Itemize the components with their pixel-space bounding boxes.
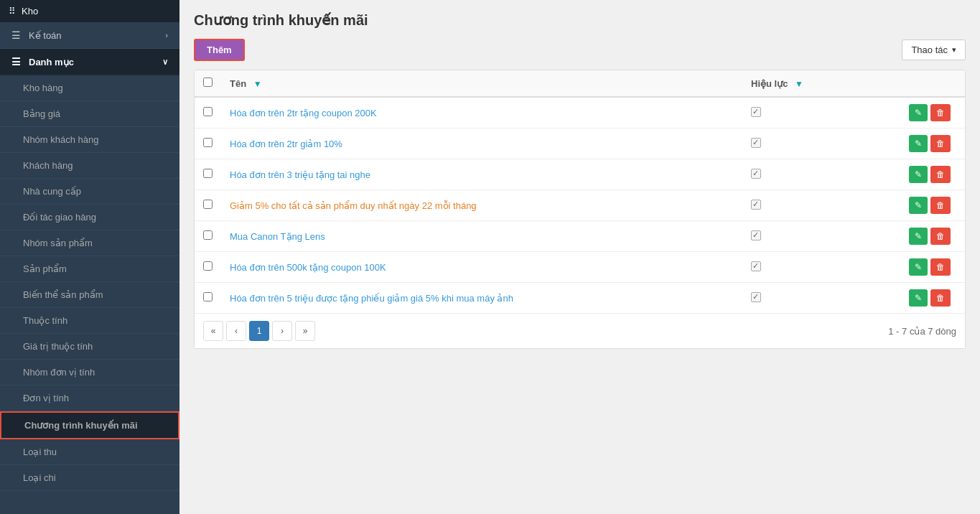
add-button[interactable]: Thêm	[194, 39, 245, 61]
filter-ten-icon[interactable]: ▼	[253, 79, 262, 89]
sidebar-item-nhom-san-pham[interactable]: Nhóm sản phẩm	[0, 230, 179, 256]
delete-button[interactable]: 🗑	[930, 289, 951, 307]
sidebar-item-nhom-don-vi-tinh[interactable]: Nhóm đơn vị tính	[0, 360, 179, 386]
edit-button[interactable]: ✎	[909, 166, 928, 183]
edit-button[interactable]: ✎	[909, 228, 928, 245]
row-checkbox-cell	[195, 190, 221, 221]
sidebar-label-nhom-khach-hang: Nhóm khách hàng	[23, 134, 99, 145]
col-hieuluc-label: Hiệu lực	[751, 78, 788, 89]
promotions-table: Tên ▼ Hiệu lực ▼ Hóa đơn trên 2tr tặng c…	[195, 70, 965, 313]
sidebar-item-loai-thu[interactable]: Loại thu	[0, 439, 179, 465]
col-hieuluc-header: Hiệu lực ▼	[742, 70, 900, 97]
delete-button[interactable]: 🗑	[930, 104, 951, 121]
delete-button[interactable]: 🗑	[930, 135, 951, 152]
row-actions: ✎🗑	[900, 159, 965, 190]
sidebar-item-gia-tri-thuoc-tinh[interactable]: Giá trị thuộc tính	[0, 334, 179, 360]
row-ten: Mua Canon Tặng Lens	[221, 221, 742, 252]
row-checkbox[interactable]	[203, 292, 213, 302]
row-actions: ✎🗑	[900, 221, 965, 252]
edit-button[interactable]: ✎	[909, 289, 928, 307]
sidebar-label-gia-tri-thuoc-tinh: Giá trị thuộc tính	[23, 341, 93, 352]
hieuluc-checkbox	[751, 261, 761, 271]
row-ten-link[interactable]: Hóa đơn trên 500k tặng coupon 100K	[230, 262, 386, 273]
delete-button[interactable]: 🗑	[930, 197, 951, 214]
action-buttons: ✎🗑	[909, 258, 956, 276]
sidebar-item-nha-cung-cap[interactable]: Nhà cung cấp	[0, 179, 179, 205]
hieuluc-checkbox	[751, 138, 761, 148]
action-buttons: ✎🗑	[909, 197, 956, 214]
row-checkbox[interactable]	[203, 261, 213, 271]
table-row: Giảm 5% cho tất cả sản phẩm duy nhất ngà…	[195, 190, 965, 221]
filter-hieuluc-icon[interactable]: ▼	[795, 79, 803, 89]
next-page-button[interactable]: ›	[272, 321, 292, 341]
action-button[interactable]: Thao tác	[902, 39, 966, 60]
row-ten: Giảm 5% cho tất cả sản phẩm duy nhất ngà…	[221, 190, 742, 221]
hieuluc-checkbox	[751, 169, 761, 179]
delete-button[interactable]: 🗑	[930, 258, 951, 276]
row-checkbox[interactable]	[203, 200, 213, 209]
sidebar-item-doi-tac-giao-hang[interactable]: Đối tác giao hàng	[0, 205, 179, 230]
sidebar-item-loai-chi[interactable]: Loại chi	[0, 465, 179, 491]
sidebar-label-don-vi-tinh: Đơn vị tính	[23, 393, 69, 403]
row-checkbox[interactable]	[203, 169, 213, 178]
row-checkbox-cell	[195, 283, 221, 314]
edit-button[interactable]: ✎	[909, 135, 928, 152]
row-ten-link[interactable]: Hóa đơn trên 2tr giảm 10%	[230, 139, 342, 149]
grid-icon: ⠿	[9, 6, 16, 17]
row-ten-link[interactable]: Mua Canon Tặng Lens	[230, 231, 325, 242]
table-row: Hóa đơn trên 3 triệu tặng tai nghe✎🗑	[195, 159, 965, 190]
sidebar-item-nhom-khach-hang[interactable]: Nhóm khách hàng	[0, 127, 179, 153]
row-ten: Hóa đơn trên 500k tặng coupon 100K	[221, 252, 742, 283]
sidebar-item-san-pham[interactable]: Sản phẩm	[0, 256, 179, 282]
row-checkbox[interactable]	[203, 107, 213, 116]
sidebar-label-thuoc-tinh: Thuộc tính	[23, 315, 67, 326]
table-row: Hóa đơn trên 500k tặng coupon 100K✎🗑	[195, 252, 965, 283]
sidebar-label-kho-hang: Kho hàng	[23, 83, 63, 93]
select-all-checkbox[interactable]	[203, 78, 213, 87]
action-buttons: ✎🗑	[909, 289, 956, 307]
edit-button[interactable]: ✎	[909, 104, 928, 121]
table-row: Mua Canon Tặng Lens✎🗑	[195, 221, 965, 252]
sidebar-item-ke-toan[interactable]: ☰ Kế toán ›	[0, 22, 179, 49]
row-checkbox[interactable]	[203, 138, 213, 147]
row-checkbox-cell	[195, 221, 221, 252]
page-1-button[interactable]: 1	[249, 321, 269, 341]
row-ten-link[interactable]: Hóa đơn trên 2tr tặng coupon 200K	[230, 108, 377, 118]
edit-button[interactable]: ✎	[909, 258, 928, 276]
row-ten-link[interactable]: Giảm 5% cho tất cả sản phẩm duy nhất ngà…	[230, 200, 477, 211]
action-buttons: ✎🗑	[909, 135, 956, 152]
sidebar-item-thuoc-tinh[interactable]: Thuộc tính	[0, 308, 179, 334]
sidebar-item-kho-hang[interactable]: Kho hàng	[0, 75, 179, 101]
sidebar-item-bien-the-san-pham[interactable]: Biến thể sản phẩm	[0, 282, 179, 308]
pagination-info: 1 - 7 của 7 dòng	[888, 326, 956, 337]
last-page-button[interactable]: »	[295, 321, 315, 341]
sidebar-item-bang-gia[interactable]: Bảng giá	[0, 101, 179, 127]
row-hieuluc	[742, 252, 900, 283]
hieuluc-checkbox	[751, 292, 761, 302]
table-row: Hóa đơn trên 2tr tặng coupon 200K✎🗑	[195, 97, 965, 128]
hieuluc-checkbox	[751, 200, 761, 210]
edit-button[interactable]: ✎	[909, 197, 928, 214]
delete-button[interactable]: 🗑	[930, 228, 951, 245]
sidebar-label-bien-the-san-pham: Biến thể sản phẩm	[23, 289, 103, 300]
first-page-button[interactable]: «	[203, 321, 223, 341]
delete-button[interactable]: 🗑	[930, 166, 951, 183]
sidebar-label-nhom-san-pham: Nhóm sản phẩm	[23, 238, 93, 248]
sidebar-top-item[interactable]: ⠿ Kho	[0, 0, 179, 22]
prev-page-button[interactable]: ‹	[226, 321, 246, 341]
content-area: Chương trình khuyến mãi Thêm Thao tác Tê…	[179, 0, 980, 514]
col-action-header	[900, 70, 965, 97]
sidebar-label-khach-hang: Khách hàng	[23, 160, 73, 171]
sidebar-item-khach-hang[interactable]: Khách hàng	[0, 153, 179, 179]
sidebar-item-danh-muc[interactable]: ☰ Danh mục ∨	[0, 49, 179, 75]
row-checkbox[interactable]	[203, 230, 213, 240]
row-ten-link[interactable]: Hóa đơn trên 5 triệu được tặng phiếu giả…	[230, 293, 513, 304]
sidebar-item-don-vi-tinh[interactable]: Đơn vị tính	[0, 386, 179, 411]
hieuluc-checkbox	[751, 230, 761, 240]
sidebar-label-loai-chi: Loại chi	[23, 472, 56, 483]
row-actions: ✎🗑	[900, 283, 965, 314]
sidebar-item-chuong-trinh-khuyen-mai[interactable]: Chương trình khuyến mãi	[0, 411, 179, 439]
row-hieuluc	[742, 159, 900, 190]
row-ten-link[interactable]: Hóa đơn trên 3 triệu tặng tai nghe	[230, 169, 370, 180]
row-actions: ✎🗑	[900, 252, 965, 283]
